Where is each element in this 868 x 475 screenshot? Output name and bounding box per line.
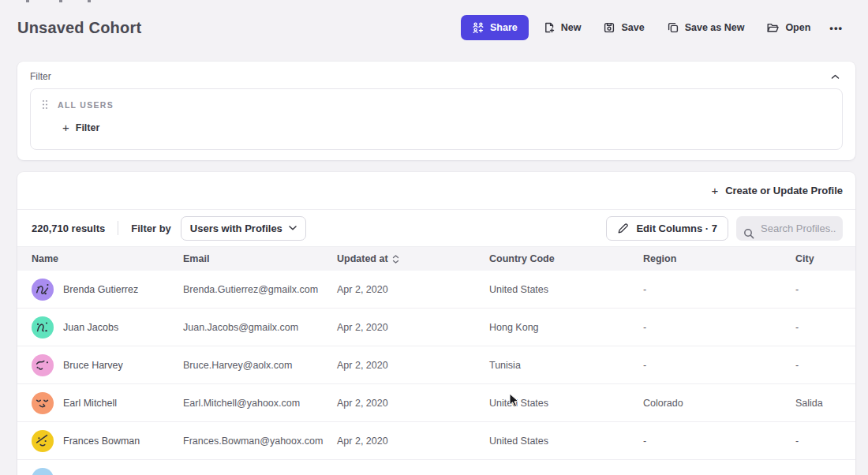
- add-filter-label: Filter: [76, 122, 100, 133]
- open-button-label: Open: [785, 22, 810, 33]
- save-as-new-button[interactable]: Save as New: [659, 15, 753, 40]
- users-with-profiles-dropdown-value: Users with Profiles: [190, 223, 282, 234]
- save-button[interactable]: Save: [595, 15, 652, 40]
- profile-email: Bruce.Harvey@aolx.com: [169, 360, 323, 371]
- results-count: 220,710 results: [32, 223, 105, 234]
- filter-panel: Filter ALL USERS + Filter: [17, 62, 855, 160]
- table-header-row: Name Email Updated at Country Code Regio…: [17, 247, 855, 271]
- share-users-icon: [472, 21, 485, 34]
- plus-icon: +: [62, 122, 69, 133]
- table-row[interactable]: [17, 460, 855, 475]
- copy-icon: [667, 21, 679, 34]
- new-file-icon: [543, 21, 556, 34]
- page-header: Unsaved Cohort Share New: [0, 0, 868, 55]
- more-dots-icon: •••: [829, 22, 843, 34]
- table-row[interactable]: Earl Mitchell Earl.Mitchell@yahoox.com A…: [17, 384, 855, 422]
- column-header-updated-at[interactable]: Updated at: [323, 253, 475, 264]
- profile-country-code: Hong Kong: [475, 322, 629, 333]
- profile-city: Salida: [781, 398, 855, 409]
- plus-icon: +: [711, 185, 718, 196]
- save-as-new-button-label: Save as New: [685, 22, 745, 33]
- profile-updated-at: Apr 2, 2020: [323, 436, 475, 447]
- new-button[interactable]: New: [535, 15, 589, 40]
- profile-updated-at: Apr 2, 2020: [323, 322, 475, 333]
- table-row[interactable]: Bruce Harvey Bruce.Harvey@aolx.com Apr 2…: [17, 346, 855, 384]
- save-button-label: Save: [621, 22, 644, 33]
- profile-name: Bruce Harvey: [63, 360, 123, 371]
- avatar: [32, 316, 54, 338]
- edit-columns-label: Edit Columns · 7: [636, 223, 717, 234]
- profile-country-code: United States: [475, 284, 629, 295]
- profile-name: Juan Jacobs: [63, 322, 118, 333]
- profile-email: Brenda.Gutierrez@gmailx.com: [169, 284, 323, 295]
- column-header-region: Region: [629, 253, 781, 264]
- chevron-up-icon: [831, 74, 840, 80]
- page-title: Unsaved Cohort: [17, 19, 141, 37]
- profile-city: -: [781, 284, 855, 295]
- more-options-button[interactable]: •••: [825, 16, 847, 40]
- table-row[interactable]: Frances Bowman Frances.Bowman@yahoox.com…: [17, 422, 855, 460]
- profile-email: Earl.Mitchell@yahoox.com: [169, 398, 323, 409]
- avatar: [32, 430, 54, 452]
- pencil-icon: [617, 223, 629, 234]
- profile-name: Frances Bowman: [63, 436, 140, 447]
- column-header-country-code: Country Code: [475, 253, 629, 264]
- profile-updated-at: Apr 2, 2020: [323, 360, 475, 371]
- filter-panel-label: Filter: [30, 71, 51, 82]
- add-filter-button[interactable]: + Filter: [62, 122, 99, 133]
- profile-updated-at: Apr 2, 2020: [323, 398, 475, 409]
- profile-region: -: [629, 360, 781, 371]
- table-row[interactable]: Brenda Gutierrez Brenda.Gutierrez@gmailx…: [17, 271, 855, 309]
- profile-region: -: [629, 322, 781, 333]
- create-or-update-profile-label: Create or Update Profile: [725, 185, 843, 196]
- edit-columns-button[interactable]: Edit Columns · 7: [606, 216, 728, 241]
- avatar: [32, 279, 54, 301]
- drag-handle-icon[interactable]: [42, 99, 48, 110]
- save-icon: [603, 21, 615, 34]
- profile-city: -: [781, 360, 855, 371]
- profile-email: Frances.Bowman@yahoox.com: [169, 436, 323, 447]
- column-header-city: City: [781, 253, 855, 264]
- column-header-name: Name: [17, 253, 169, 264]
- column-header-email: Email: [169, 253, 323, 264]
- profile-country-code: Tunisia: [475, 360, 629, 371]
- profile-region: -: [629, 284, 781, 295]
- profile-city: -: [781, 322, 855, 333]
- avatar: [32, 392, 54, 414]
- header-actions: Share New Save: [461, 15, 847, 40]
- filter-by-label: Filter by: [131, 223, 171, 234]
- results-toolbar: 220,710 results Filter by Users with Pro…: [17, 210, 855, 247]
- filter-group-label: ALL USERS: [58, 100, 114, 110]
- filter-group-all-users: ALL USERS + Filter: [30, 88, 843, 150]
- profile-country-code: United States: [475, 398, 629, 409]
- profiles-panel: + Create or Update Profile 220,710 resul…: [17, 172, 855, 475]
- avatar: [32, 354, 54, 376]
- avatar: [32, 468, 54, 475]
- users-with-profiles-dropdown[interactable]: Users with Profiles: [181, 216, 306, 241]
- table-row[interactable]: Juan Jacobs Juan.Jacobs@gmailx.com Apr 2…: [17, 309, 855, 346]
- profile-name: Brenda Gutierrez: [63, 284, 138, 295]
- collapse-filter-button[interactable]: [828, 73, 843, 81]
- profiles-search: [736, 216, 843, 241]
- chevron-down-icon: [289, 226, 297, 230]
- profile-city: -: [781, 436, 855, 447]
- profile-region: Colorado: [629, 398, 781, 409]
- open-button[interactable]: Open: [758, 15, 818, 40]
- new-button-label: New: [561, 22, 582, 33]
- share-button[interactable]: Share: [461, 15, 529, 40]
- profile-email: Juan.Jacobs@gmailx.com: [169, 322, 323, 333]
- folder-open-icon: [766, 21, 780, 34]
- sort-icon: [392, 255, 399, 264]
- profile-name: Earl Mitchell: [63, 398, 117, 409]
- create-or-update-profile-button[interactable]: + Create or Update Profile: [711, 185, 843, 196]
- profile-region: -: [629, 436, 781, 447]
- toolbar-divider: [118, 221, 118, 235]
- share-button-label: Share: [490, 22, 518, 33]
- profile-updated-at: Apr 2, 2020: [323, 284, 475, 295]
- profile-country-code: United States: [475, 436, 629, 447]
